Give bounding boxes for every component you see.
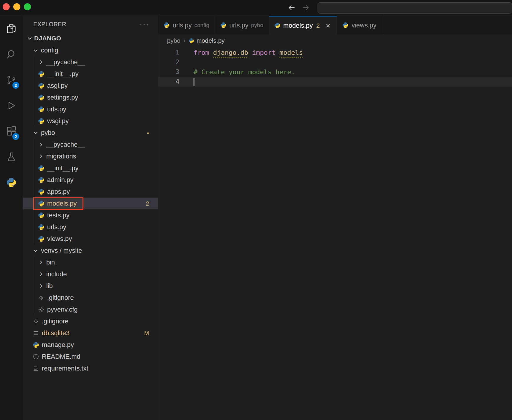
tree-item-label: settings.py [47,94,78,101]
tree-item-config[interactable]: config [23,44,158,56]
line-number[interactable]: 2 [158,57,179,67]
tree-item-models-py[interactable]: models.py2 [23,198,158,209]
breadcrumb-item-models-py[interactable]: models.py [196,37,225,44]
tree-item-pycache[interactable]: __pycache__ [23,56,158,68]
activity-extensions[interactable]: 2 [0,118,23,144]
tree-item-gitignore[interactable]: .gitignore [23,292,158,304]
activity-explorer[interactable] [0,16,23,42]
code-line-3[interactable]: 3# Create your models here. [158,67,512,77]
zoom-window-button[interactable] [24,3,31,10]
tab-models-py[interactable]: models.py2× [269,16,337,34]
tree-item-label: README.md [42,353,80,361]
tree-item-migrations[interactable]: migrations [23,151,158,162]
tree-item-db-sqlite3[interactable]: db.sqlite3M [23,327,158,339]
chevron-right-icon [38,59,44,65]
line-content: from django.db import models [194,48,303,57]
tree-item-admin-py[interactable]: admin.py [23,174,158,186]
tree-item-views-py[interactable]: views.py [23,233,158,245]
line-number[interactable]: 1 [158,48,179,57]
python-file-icon [38,200,44,207]
activity-source-control[interactable]: 2 [0,67,23,93]
tree-item-readme-md[interactable]: README.md [23,351,158,363]
activity-bar: 22 [0,16,23,420]
sidebar-header: EXPLORER ··· [23,16,158,33]
vscode-window: 22 EXPLORER ··· DJANGO config__pycache__… [0,0,512,420]
row-badge: M [144,330,149,337]
text-cursor [194,78,194,86]
tree-item-label: lib [46,282,53,290]
git-file-icon [38,295,44,301]
workspace-name: DJANGO [34,35,61,42]
tree-item-label: migrations [46,153,76,160]
tree-item-urls-py[interactable]: urls.py [23,103,158,115]
tree-item-wsgi-py[interactable]: wsgi.py [23,115,158,127]
line-number[interactable]: 4 [158,77,179,87]
titlebar [0,0,512,16]
code-line-4[interactable]: 4 [158,77,512,87]
breadcrumb-separator-icon: › [184,37,186,44]
nav-back-icon[interactable] [286,2,298,14]
breadcrumb-item-pybo[interactable]: pybo [167,37,181,44]
python-icon [220,22,227,28]
tree-item-init-py[interactable]: __init__.py [23,68,158,80]
python-file-icon [38,94,44,101]
info-file-icon [33,353,39,360]
tree-item-label: models.py [47,200,77,207]
command-center-search[interactable] [318,2,512,14]
tree-item-asgi-py[interactable]: asgi.py [23,80,158,92]
activity-python[interactable] [0,170,23,195]
activity-run-debug[interactable] [0,93,23,118]
tree-item-init-py[interactable]: __init__.py [23,162,158,174]
line-number[interactable]: 3 [158,67,179,77]
tab-urls-py-pybo[interactable]: urls.pypybo [215,16,269,34]
editor-area: urls.pyconfigurls.pypybomodels.py2×views… [158,16,512,420]
code-editor[interactable]: 1from django.db import models23# Create … [158,47,512,420]
tree-item-urls-py[interactable]: urls.py [23,221,158,233]
python-file-icon [38,177,44,183]
tree-item-manage-py[interactable]: manage.py [23,339,158,351]
extensions-badge: 2 [12,133,20,140]
tree-item-bin[interactable]: bin [23,257,158,268]
close-tab-icon[interactable]: × [324,22,331,29]
tree-item-lib[interactable]: lib [23,280,158,292]
close-window-button[interactable] [3,3,10,10]
nav-forward-icon[interactable] [300,2,312,14]
activity-search[interactable] [0,42,23,67]
chevron-right-icon [38,283,44,289]
modified-dot-badge: ● [147,131,149,135]
tree-item-label: __init__.py [47,164,78,172]
code-line-2[interactable]: 2 [158,57,512,67]
minimize-window-button[interactable] [13,3,20,10]
breadcrumb: pybo›models.py [158,34,512,47]
tree-item-pycache[interactable]: __pycache__ [23,139,158,151]
tree-item-label: urls.py [47,105,66,113]
tab-description: config [194,22,209,29]
traffic-lights [3,3,31,10]
python-file-icon [38,82,44,89]
python-file-icon [38,212,44,219]
tree-item-settings-py[interactable]: settings.py [23,92,158,103]
tree-item-pyvenv-cfg[interactable]: pyvenv.cfg [23,304,158,315]
activity-testing[interactable] [0,144,23,170]
tab-urls-py-config[interactable]: urls.pyconfig [158,16,215,34]
tree-item-label: __pycache__ [46,58,85,66]
source-control-badge: 2 [12,81,20,89]
tree-item-label: manage.py [42,341,74,349]
tree-item-include[interactable]: include [23,268,158,280]
search-input[interactable] [318,5,512,11]
python-file-icon [38,188,44,195]
tree-item-label: __init__.py [47,70,78,78]
tree-item-tests-py[interactable]: tests.py [23,209,158,221]
tree-item-gitignore[interactable]: .gitignore [23,315,158,327]
code-line-1[interactable]: 1from django.db import models [158,48,512,57]
section-django[interactable]: DJANGO [23,33,158,44]
python-icon [274,22,280,29]
tree-item-pybo[interactable]: pybo● [23,127,158,139]
tab-views-py[interactable]: views.py [337,16,382,34]
tree-item-requirements-txt[interactable]: requirements.txt [23,363,158,374]
more-actions-icon[interactable]: ··· [140,21,149,28]
beaker-icon [6,152,16,162]
tree-item-venvs-mysite[interactable]: venvs / mysite [23,245,158,257]
chevron-down-icon [33,248,39,254]
tree-item-apps-py[interactable]: apps.py [23,186,158,198]
